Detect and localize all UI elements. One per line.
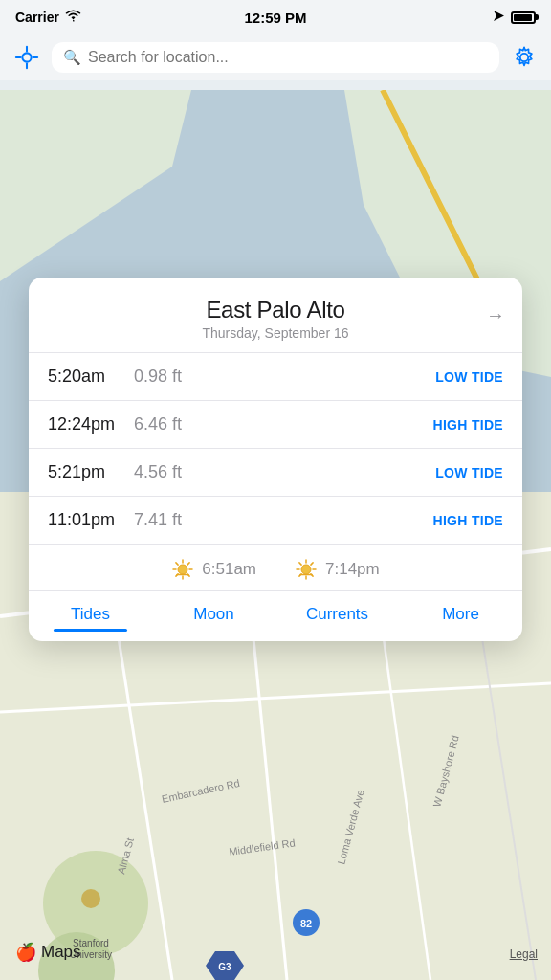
tab-currents[interactable]: Currents — [276, 601, 399, 628]
popup-header: East Palo Alto Thursday, September 16 → — [29, 278, 522, 353]
settings-button[interactable] — [509, 42, 540, 73]
tide-label: LOW TIDE — [435, 369, 503, 385]
tab-more[interactable]: More — [399, 601, 522, 628]
wifi-icon — [65, 10, 81, 25]
bottom-tabs: TidesMoonCurrentsMore — [29, 591, 522, 641]
status-right — [493, 10, 536, 25]
tide-label: LOW TIDE — [435, 465, 503, 480]
popup-panel: East Palo Alto Thursday, September 16 → … — [29, 278, 522, 641]
tide-height: 7.41 ft — [134, 510, 433, 530]
popup-detail-arrow[interactable]: → — [486, 304, 505, 326]
sunset-item: 7:14pm — [295, 558, 380, 581]
location-button[interactable] — [11, 42, 42, 73]
carrier-label: Carrier — [15, 10, 81, 25]
svg-point-34 — [178, 565, 187, 574]
legal-link[interactable]: Legal — [510, 947, 538, 961]
popup-subtitle: Thursday, September 16 — [48, 325, 503, 341]
apple-logo-icon: 🍎 — [15, 942, 36, 963]
svg-point-0 — [22, 53, 31, 61]
svg-point-27 — [81, 889, 100, 908]
sunrise-item: 6:51am — [171, 558, 256, 581]
tide-time: 11:01pm — [48, 510, 134, 530]
search-input[interactable] — [88, 49, 488, 66]
status-time: 12:59 PM — [244, 10, 306, 26]
search-magnifier-icon: 🔍 — [63, 49, 81, 66]
svg-text:G3: G3 — [218, 962, 231, 972]
tide-rows: 5:20am 0.98 ft LOW TIDE 12:24pm 6.46 ft … — [29, 353, 522, 545]
sunset-time: 7:14pm — [325, 560, 380, 579]
tab-tides[interactable]: Tides — [29, 601, 152, 628]
svg-point-5 — [520, 54, 528, 61]
location-arrow-icon — [493, 10, 505, 25]
svg-line-49 — [299, 563, 301, 565]
sunrise-time: 6:51am — [202, 560, 256, 579]
tide-height: 4.56 ft — [134, 462, 435, 482]
maps-brand: 🍎 Maps — [15, 942, 81, 963]
battery-icon — [511, 11, 536, 24]
tide-time: 5:21pm — [48, 462, 134, 482]
tide-row: 5:20am 0.98 ft LOW TIDE — [29, 353, 522, 401]
maps-label: Maps — [41, 943, 81, 962]
search-input-wrap[interactable]: 🔍 — [52, 42, 499, 73]
popup-title: East Palo Alto — [48, 297, 503, 323]
svg-line-51 — [311, 563, 313, 565]
tide-time: 5:20am — [48, 367, 134, 387]
tide-label: HIGH TIDE — [433, 513, 503, 528]
carrier-text: Carrier — [15, 10, 59, 25]
tide-row: 12:24pm 6.46 ft HIGH TIDE — [29, 401, 522, 449]
tide-height: 0.98 ft — [134, 367, 435, 387]
tab-moon[interactable]: Moon — [152, 601, 276, 628]
svg-point-44 — [301, 565, 311, 574]
search-bar: 🔍 — [0, 34, 551, 80]
svg-line-39 — [176, 563, 178, 565]
tide-row: 11:01pm 7.41 ft HIGH TIDE — [29, 497, 522, 545]
svg-text:82: 82 — [300, 918, 312, 929]
status-bar: Carrier 12:59 PM — [0, 0, 551, 34]
tide-label: HIGH TIDE — [433, 417, 503, 433]
svg-line-41 — [187, 563, 189, 565]
tide-time: 12:24pm — [48, 414, 134, 434]
tide-row: 5:21pm 4.56 ft LOW TIDE — [29, 449, 522, 497]
tide-height: 6.46 ft — [134, 414, 433, 434]
sun-row: 6:51am 7:14pm — [29, 545, 522, 591]
